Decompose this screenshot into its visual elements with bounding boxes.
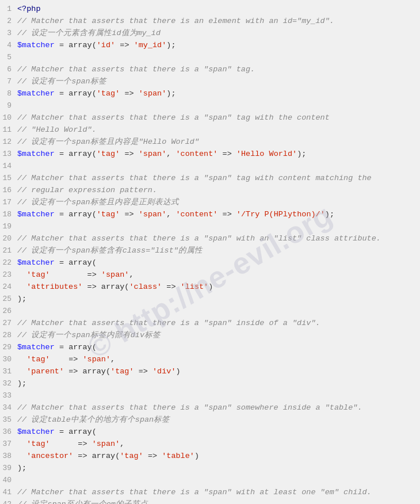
line-number: 6 [0, 64, 16, 76]
line-content: // 设定一个元素含有属性id值为my_id [16, 28, 420, 40]
table-row: 16// regular expression pattern. [0, 185, 420, 197]
table-row: 4$matcher = array('id' => 'my_id'); [0, 40, 420, 52]
line-content: 'attributes' => array('class' => 'list') [16, 281, 420, 293]
table-row: 2// Matcher that asserts that there is a… [0, 16, 420, 28]
table-row: 8$matcher = array('tag' => 'span'); [0, 88, 420, 100]
line-content: $matcher = array('tag' => 'span', 'conte… [16, 209, 420, 221]
line-content: // 设定有一个span标签且内容是正则表达式 [16, 197, 420, 209]
table-row: 15// Matcher that asserts that there is … [0, 173, 420, 185]
line-content: // Matcher that asserts that there is an… [16, 16, 420, 28]
line-number: 3 [0, 28, 16, 40]
table-row: 6// Matcher that asserts that there is a… [0, 64, 420, 76]
table-row: 10// Matcher that asserts that there is … [0, 112, 420, 124]
line-content: // 设定有一个span标签 [16, 76, 420, 88]
line-number: 23 [0, 269, 16, 281]
line-content: // 设定有一个span标签含有class="list"的属性 [16, 245, 420, 257]
line-number: 25 [0, 293, 16, 306]
table-row: 39); [0, 463, 420, 475]
table-row: 17// 设定有一个span标签且内容是正则表达式 [0, 197, 420, 209]
line-number: 9 [0, 100, 16, 112]
line-number: 40 [0, 475, 16, 487]
line-content: // regular expression pattern. [16, 185, 420, 197]
table-row: 38 'ancestor' => array('tag' => 'table') [0, 450, 420, 463]
line-content: // 设定有一个span标签内部有div标签 [16, 330, 420, 342]
line-content: $matcher = array('tag' => 'span'); [16, 88, 420, 100]
table-row: 28// 设定有一个span标签内部有div标签 [0, 330, 420, 342]
line-content: $matcher = array('tag' => 'span', 'conte… [16, 148, 420, 161]
line-number: 30 [0, 354, 16, 366]
line-number: 41 [0, 487, 16, 499]
line-number: 39 [0, 463, 16, 475]
line-content [16, 52, 420, 64]
table-row: 30 'tag' => 'span', [0, 354, 420, 366]
line-number: 31 [0, 366, 16, 378]
line-content: <?php [16, 3, 420, 16]
line-content: ); [16, 463, 420, 475]
table-row: 1<?php [0, 3, 420, 16]
table-row: 37 'tag' => 'span', [0, 438, 420, 450]
line-content [16, 390, 420, 402]
line-number: 22 [0, 257, 16, 269]
table-row: 13$matcher = array('tag' => 'span', 'con… [0, 148, 420, 161]
line-content: 'ancestor' => array('tag' => 'table') [16, 450, 420, 463]
line-number: 34 [0, 402, 16, 414]
table-row: 12// 设定有一个span标签且内容是"Hello World" [0, 136, 420, 148]
table-row: 21// 设定有一个span标签含有class="list"的属性 [0, 245, 420, 257]
table-row: 9 [0, 100, 420, 112]
line-number: 33 [0, 390, 16, 402]
line-content: $matcher = array('id' => 'my_id'); [16, 40, 420, 52]
table-row: 31 'parent' => array('tag' => 'div') [0, 366, 420, 378]
table-row: 11// "Hello World". [0, 124, 420, 136]
table-row: 7// 设定有一个span标签 [0, 76, 420, 88]
line-number: 38 [0, 450, 16, 463]
line-number: 20 [0, 233, 16, 245]
table-row: 41// Matcher that asserts that there is … [0, 487, 420, 499]
line-content: 'tag' => 'span', [16, 269, 420, 281]
table-row: 27// Matcher that asserts that there is … [0, 318, 420, 330]
line-number: 26 [0, 306, 16, 318]
line-content: // Matcher that asserts that there is a … [16, 112, 420, 124]
line-number: 18 [0, 209, 16, 221]
line-content: // Matcher that asserts that there is a … [16, 487, 420, 499]
line-number: 27 [0, 318, 16, 330]
line-content [16, 306, 420, 318]
table-row: 34// Matcher that asserts that there is … [0, 402, 420, 414]
table-row: 35// 设定table中某个的地方有个span标签 [0, 414, 420, 426]
line-content: 'tag' => 'span', [16, 354, 420, 366]
line-content: // Matcher that asserts that there is a … [16, 318, 420, 330]
table-row: 22$matcher = array( [0, 257, 420, 269]
line-number: 10 [0, 112, 16, 124]
line-number: 35 [0, 414, 16, 426]
line-number: 12 [0, 136, 16, 148]
line-number: 13 [0, 148, 16, 161]
line-content: $matcher = array( [16, 426, 420, 438]
line-content: // 设定有一个span标签且内容是"Hello World" [16, 136, 420, 148]
line-content: ); [16, 293, 420, 306]
table-row: 29$matcher = array( [0, 342, 420, 354]
line-content [16, 161, 420, 173]
line-number: 42 [0, 499, 16, 504]
line-number: 11 [0, 124, 16, 136]
line-content: 'tag' => 'span', [16, 438, 420, 450]
line-number: 16 [0, 185, 16, 197]
table-row: 20// Matcher that asserts that there is … [0, 233, 420, 245]
line-content: // Matcher that asserts that there is a … [16, 233, 420, 245]
line-number: 15 [0, 173, 16, 185]
line-number: 36 [0, 426, 16, 438]
line-content: ); [16, 378, 420, 390]
line-number: 5 [0, 52, 16, 64]
table-row: 14 [0, 161, 420, 173]
line-number: 2 [0, 16, 16, 28]
line-content: // Matcher that asserts that there is a … [16, 173, 420, 185]
table-row: 25); [0, 293, 420, 306]
line-number: 32 [0, 378, 16, 390]
line-number: 14 [0, 161, 16, 173]
line-content: // "Hello World". [16, 124, 420, 136]
table-row: 19 [0, 221, 420, 233]
line-number: 4 [0, 40, 16, 52]
table-row: 24 'attributes' => array('class' => 'lis… [0, 281, 420, 293]
line-content: // 设定table中某个的地方有个span标签 [16, 414, 420, 426]
line-content: // Matcher that asserts that there is a … [16, 402, 420, 414]
line-content [16, 221, 420, 233]
line-number: 19 [0, 221, 16, 233]
